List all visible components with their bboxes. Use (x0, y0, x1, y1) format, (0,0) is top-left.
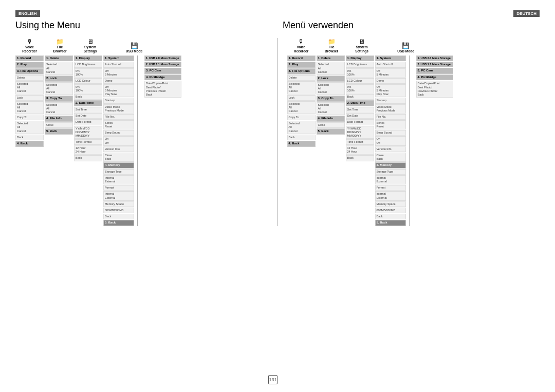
en-sys2-item: Off5 MinutesPlay Now (103, 84, 134, 97)
de-file-item: 4. File Info (317, 116, 345, 122)
en-sys2-item: Demo (103, 78, 134, 84)
german-section: DEUTSCH Menü verwenden (283, 10, 540, 35)
en-sys2-item: Beep Sound (103, 130, 134, 136)
en-sys-col2: 1. System Auto Shut off Off5 Minutes Dem… (103, 55, 134, 226)
en-usb-item: 1. USB 2.0 Mass Storage (144, 55, 181, 61)
en-sys2-item: 1. System (103, 55, 134, 62)
de-cat-system: 🖥 SystemSettings (348, 38, 376, 53)
de-sys2-item: CloseBack (375, 153, 406, 162)
en-sys2-item: 4. Memory (103, 162, 134, 169)
en-file-item: 4. File Info (45, 116, 73, 122)
en-voice-item: SelectedAllCancel (15, 101, 44, 114)
de-menu-columns: 1. Record 2. Play 3. File Options Delete… (287, 55, 540, 226)
de-sys-item: Back (346, 94, 374, 100)
de-sys-col1: 1. Display LCD Brightness 0%100% LCD Col… (346, 55, 374, 226)
de-sys2-item: InternalExternal (375, 175, 406, 184)
en-file-item: 1. Delete (45, 55, 73, 62)
en-sys-item: 0%100% (74, 84, 102, 94)
de-sys2-item: Start-up (375, 98, 406, 103)
en-sys2-item: InternalExternal (103, 175, 134, 184)
de-file-item: Close (317, 122, 345, 128)
en-voice-item: 2. Play (15, 62, 44, 68)
de-sys-item: Time Format (346, 139, 374, 145)
de-file-item: SelectedAllCancel (317, 62, 345, 74)
de-file-item: 3. Copy To (317, 96, 345, 102)
de-usb-item: Date/Copies/PrintBest Photo/Previous Pho… (416, 81, 453, 98)
de-sys2-item: Beep Sound (375, 130, 406, 136)
en-voice-col: 1. Record 2. Play 3. File Options Delete… (15, 55, 44, 226)
english-menu-tree: 🎙 VoiceRecorder 📁 FileBrowser 🖥 SystemSe… (15, 38, 268, 226)
de-voice-item: 2. Play (287, 62, 316, 68)
en-sys2-item: CloseBack (103, 153, 134, 162)
de-file-item: 1. Delete (317, 55, 345, 62)
en-sys2-item: 5. Back (103, 220, 134, 226)
en-usb-item: 3. PC Cam (144, 68, 181, 74)
en-sys2-item: Video ModePrevious Mode (103, 104, 134, 114)
en-file-item: 5. Back (45, 128, 73, 135)
de-voice-item: 1. Record (287, 55, 316, 62)
en-sys-col1: 1. Display LCD Brightness 0%100% LCD Col… (74, 55, 102, 226)
de-sys2-item: Version Info (375, 146, 406, 152)
en-sys-item: Back (74, 155, 102, 161)
en-voice-item: SelectedAllCancel (15, 81, 44, 94)
en-voice-item: Copy To (15, 115, 44, 120)
en-sys2-item: Format (103, 185, 134, 191)
en-sys2-item: SeriesReset (103, 120, 134, 129)
de-sys2-item: Demo (375, 78, 406, 84)
en-sys2-item: Auto Shut off (103, 62, 134, 67)
de-sys2-item: File No. (375, 114, 406, 120)
en-sys2-item: Storage Type (103, 169, 134, 175)
en-voice-item: SelectedAllCancel (15, 121, 44, 134)
de-voice-item: SelectedAllCancel (287, 121, 316, 134)
de-sys2-item: SeriesReset (375, 120, 406, 129)
en-sys-item: Back (74, 94, 102, 100)
de-file-item: SelectedAllCancel (317, 102, 345, 115)
en-sys-item: Date Format (74, 119, 102, 125)
en-file-item: SelectedAllCancel (45, 62, 73, 74)
en-sys2-item: Off5 Minutes (103, 68, 134, 78)
de-sys2-item: 4. Memory (375, 162, 406, 169)
de-voice-item: Lock (287, 95, 316, 101)
deutsch-badge: DEUTSCH (513, 10, 540, 17)
en-usb-item: Date/Copies/PrintBest Photo/Previous Pho… (144, 81, 181, 98)
de-sys-item: Back (346, 155, 374, 161)
en-file-item: 2. Lock (45, 76, 73, 82)
en-sys2-item: OnOff (103, 136, 134, 145)
de-usb-item: 1. USB 2.0 Mass Storage (416, 55, 453, 61)
de-usb-item: 3. PC Cam (416, 68, 453, 74)
de-sys-col2: 1. System Auto Shut off Off5 Minutes Dem… (375, 55, 406, 226)
en-sys-item: 1. Display (74, 55, 102, 62)
en-file-item: Close (45, 122, 73, 128)
de-cat-usb: 💾 USB Mode (388, 42, 424, 53)
en-usb-item: 2. USB 1.1 Mass Storage (144, 62, 181, 67)
en-sys2-item: Start-up (103, 98, 134, 103)
de-sys-item: 0%100% (346, 68, 374, 78)
german-title: Menü verwenden (283, 20, 540, 31)
de-sys-item: LCD Brightness (346, 62, 374, 67)
de-voice-item: SelectedAllCancel (287, 101, 316, 114)
de-sys2-item: 5. Back (375, 220, 406, 226)
english-section: ENGLISH Using the Menu (15, 10, 272, 35)
page-number: 131 (268, 375, 278, 384)
en-sys-item: 12 Hour24 Hour (74, 145, 102, 155)
de-file-col: 1. Delete SelectedAllCancel 2. Lock Sele… (317, 55, 345, 226)
en-cat-voice: 🎙 VoiceRecorder (15, 38, 44, 53)
de-file-item: 2. Lock (317, 76, 345, 82)
en-voice-item: Back (15, 135, 44, 140)
de-usb-item: 2. USB 1.1 Mass Storage (416, 62, 453, 67)
de-sys-item: 12 Hour24 Hour (346, 145, 374, 155)
en-sys-item: Set Date (74, 113, 102, 119)
en-sys2-item: Version Info (103, 146, 134, 152)
en-file-item: SelectedAllCancel (45, 102, 73, 115)
de-sys2-item: Storage Type (375, 169, 406, 175)
de-file-item: 5. Back (317, 128, 345, 135)
en-sys2-item: InternalExternal (103, 191, 134, 200)
de-sys2-item: Off5 Minutes (375, 68, 406, 78)
de-cat-voice: 🎙 VoiceRecorder (287, 38, 316, 53)
page-container: ENGLISH Using the Menu DEUTSCH Menü verw… (0, 0, 555, 392)
de-voice-item: Back (287, 135, 316, 140)
de-sys-item: 2. Date/Time (346, 100, 374, 106)
en-sys-item: LCD Colour (74, 78, 102, 84)
de-sys2-item: InternalExternal (375, 191, 406, 200)
de-sys2-item: Video ModePrevious Mode (375, 104, 406, 114)
